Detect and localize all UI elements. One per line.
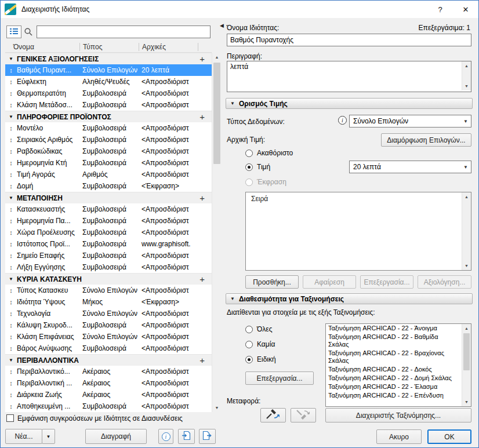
value-definition-section-header[interactable]: ▼ Ορισμός Τιμής	[226, 98, 473, 109]
property-row[interactable]: ↕ΤεχνολογίαΣύνολο Επιλογών<Απροσδιόριστ	[5, 308, 212, 319]
property-row[interactable]: ↕ΜοντέλοΣυμβολοσειρά<Απροσδιόριστ	[5, 122, 212, 134]
radio-no-classifications[interactable]: Καμία	[245, 340, 275, 348]
property-row[interactable]: ↕Σημείο ΕπαφήςΣυμβολοσειρά<Απροσδιόριστ	[5, 250, 212, 261]
description-textarea[interactable]: λεπτά ▲ ▼	[227, 61, 471, 92]
remove-option-button[interactable]: Αφαίρεση	[303, 275, 356, 289]
scroll-down-icon[interactable]: ▼	[462, 261, 471, 270]
new-button[interactable]: Νέα...	[5, 429, 42, 444]
drag-handle-icon[interactable]: ↕	[5, 78, 17, 85]
column-header-name[interactable]: Όνομα	[5, 43, 79, 51]
data-type-info-icon[interactable]: i	[338, 116, 347, 125]
export-properties-button[interactable]	[199, 429, 216, 444]
scroll-up-icon[interactable]: ▲	[212, 53, 222, 61]
property-name-input[interactable]	[227, 34, 471, 46]
options-list-scrollbar[interactable]: ▲ ▼	[462, 192, 471, 270]
edit-classifications-button[interactable]: Επεξεργασία...	[245, 371, 314, 385]
drag-handle-icon[interactable]: ↕	[5, 287, 17, 294]
classification-item[interactable]: Ταξινόμηση ARCHICAD - 22 - Άνοιγμα	[326, 324, 461, 333]
property-row[interactable]: ↕ΡαβδοκώδικαςΣυμβολοσειρά<Απροσδιόριστ	[5, 145, 212, 157]
info-button[interactable]: i	[158, 429, 173, 444]
options-listbox[interactable]: Σειρά ▲ ▼	[245, 192, 471, 271]
import-properties-button[interactable]	[178, 429, 195, 444]
scroll-up-icon[interactable]: ▲	[462, 324, 471, 333]
add-property-icon[interactable]: +	[199, 54, 205, 64]
property-row[interactable]: ↕Τύπος ΚατασκευΣύνολο Επιλογών<Απροσδιόρ…	[5, 285, 212, 296]
drag-handle-icon[interactable]: ↕	[5, 345, 17, 352]
value-combo[interactable]: 20 λεπτά ▼	[349, 161, 471, 173]
property-row[interactable]: ↕Περιβαλλοντική ...Ακέραιος<Απροσδιόριστ	[5, 377, 212, 389]
delete-button[interactable]: Διαγραφή	[85, 429, 147, 444]
property-row[interactable]: ↕Αποθηκευμένη ...Συμβολοσειρά<Απροσδιόρι…	[5, 400, 212, 412]
group-collapse-icon[interactable]: ▼	[5, 56, 17, 61]
property-row[interactable]: ↕Ιστότοπος Προϊ...Συμβολοσειράwww.graphi…	[5, 238, 212, 250]
group-header-row[interactable]: ▼ΠΛΗΡΟΦΟΡΙΕΣ ΠΡΟΪΟΝΤΟΣ+	[5, 111, 212, 122]
edit-option-button[interactable]: Επεξεργασία...	[360, 275, 413, 289]
property-row[interactable]: ↕Λήξη ΕγγύησηςΣυμβολοσειρά<Απροσδιόριστ	[5, 261, 212, 273]
classification-item[interactable]: Ταξινόμηση ARCHICAD - 22 - Δοκός	[326, 365, 461, 374]
section-collapse-icon[interactable]: ▼	[230, 101, 235, 106]
column-header-type[interactable]: Τύπος	[79, 43, 139, 51]
classification-scrollbar[interactable]: ▲ ▼	[462, 324, 471, 406]
classification-manager-button[interactable]: Διαχειριστής Ταξινόμησης...	[325, 408, 471, 422]
drag-handle-icon[interactable]: ↕	[5, 148, 17, 155]
cancel-button[interactable]: Ακυρο	[376, 429, 422, 444]
radio-undefined[interactable]: Ακαθόριστο	[245, 149, 293, 157]
property-row[interactable]: ↕Βάρος ΑνύψωσηςΣυμβολοσειρά<Απροσδιόριστ	[5, 343, 212, 354]
scroll-down-icon[interactable]: ▼	[462, 82, 471, 90]
property-table-scrollbar[interactable]: ▲ ▼	[212, 53, 222, 412]
group-header-row[interactable]: ▼ΠΕΡΙΒΑΛΛΟΝΤΙΚΑ+	[5, 354, 212, 366]
drag-handle-icon[interactable]: ↕	[5, 391, 17, 398]
search-icon[interactable]	[24, 27, 33, 38]
drag-handle-icon[interactable]: ↕	[5, 264, 17, 271]
group-collapse-icon[interactable]: ▼	[5, 114, 17, 119]
drag-handle-icon[interactable]: ↕	[5, 322, 17, 329]
property-row[interactable]: ↕ΔομήΣυμβολοσειρά<Έκφραση>	[5, 180, 212, 192]
scrollbar-thumb[interactable]	[463, 333, 470, 370]
property-row[interactable]: ↕Ημερομηνία Πα...Συμβολοσειρά<Απροσδιόρι…	[5, 215, 212, 227]
list-view-button[interactable]	[6, 26, 21, 38]
classification-item[interactable]: Ταξινόμηση ARCHICAD - 22 - Επένδυση	[326, 391, 461, 400]
property-row[interactable]: ↕ΚατασκευαστήςΣυμβολοσειρά<Απροσδιόριστ	[5, 203, 212, 215]
scroll-up-icon[interactable]: ▲	[462, 61, 471, 70]
drag-handle-icon[interactable]: ↕	[5, 368, 17, 375]
classification-item[interactable]: Ταξινόμηση ARCHICAD - 22 - Βαθμίδα Σκάλα…	[326, 333, 461, 349]
drag-handle-icon[interactable]: ↕	[5, 101, 17, 108]
help-button[interactable]: ?	[427, 1, 453, 18]
group-header-row[interactable]: ▼ΓΕΝΙΚΕΣ ΑΞΙΟΛΟΓΗΣΕΙΣ+	[5, 53, 212, 64]
classification-listbox[interactable]: Ταξινόμηση ARCHICAD - 22 - ΆνοιγμαΤαξινό…	[325, 323, 471, 407]
radio-all-classifications[interactable]: Όλες	[245, 325, 272, 333]
add-property-icon[interactable]: +	[199, 274, 205, 284]
property-row[interactable]: ↕Τιμή ΑγοράςΑριθμός<Απροσδιόριστ	[5, 169, 212, 180]
group-collapse-icon[interactable]: ▼	[5, 358, 17, 363]
classification-item[interactable]: Ταξινόμηση ARCHICAD - 22 - Έλασμα	[326, 383, 461, 391]
add-property-icon[interactable]: +	[199, 112, 205, 122]
group-collapse-icon[interactable]: ▼	[5, 276, 17, 282]
drag-handle-icon[interactable]: ↕	[5, 206, 17, 213]
drag-handle-icon[interactable]: ↕	[5, 380, 17, 387]
drag-handle-icon[interactable]: ↕	[5, 229, 17, 236]
description-scrollbar[interactable]: ▲ ▼	[462, 61, 471, 90]
drag-handle-icon[interactable]: ↕	[5, 136, 17, 143]
ok-button[interactable]: OK	[427, 429, 471, 444]
property-row[interactable]: ↕Κλάση ΕπιφάνειαςΣύνολο Επιλογών<Απροσδι…	[5, 331, 212, 343]
search-input[interactable]	[37, 26, 211, 38]
group-header-row[interactable]: ▼ΚΥΡΙΑ ΚΑΤΑΣΚΕΥΗ+	[5, 273, 212, 285]
classification-item[interactable]: Ταξινόμηση ARCHICAD - 22 - Βραχίονας Σκά…	[326, 349, 461, 365]
property-row[interactable]: ↕Διάρκεια ΖωήςΑκέραιος<Απροσδιόριστ	[5, 389, 212, 400]
add-property-icon[interactable]: +	[199, 355, 205, 365]
collapse-panel-icon[interactable]: ◀	[220, 23, 224, 28]
add-option-button[interactable]: Προσθήκη...	[245, 275, 299, 289]
radio-expression[interactable]: Έκφραση	[245, 178, 286, 186]
property-row[interactable]: ↕Περιβαλλοντικό...Ακέραιος<Απροσδιόριστ	[5, 366, 212, 377]
drag-handle-icon[interactable]: ↕	[5, 298, 17, 305]
property-row[interactable]: ↕Ιδιότητα ΎψουςΜήκος<Έκφραση>	[5, 296, 212, 308]
radio-custom-classifications[interactable]: Ειδική	[245, 355, 276, 363]
property-row[interactable]: ↕ΕύφλεκτηΑληθές/Ψευδές<Απροσδιόριστ	[5, 76, 212, 88]
drag-handle-icon[interactable]: ↕	[5, 159, 17, 166]
group-collapse-icon[interactable]: ▼	[5, 195, 17, 201]
drag-handle-icon[interactable]: ↕	[5, 183, 17, 190]
drag-handle-icon[interactable]: ↕	[5, 252, 17, 259]
drag-handle-icon[interactable]: ↕	[5, 171, 17, 178]
property-row[interactable]: ↕Βαθμός Πυραντ...Σύνολο Επιλογών20 λεπτά	[5, 64, 212, 76]
drag-handle-icon[interactable]: ↕	[5, 217, 17, 224]
